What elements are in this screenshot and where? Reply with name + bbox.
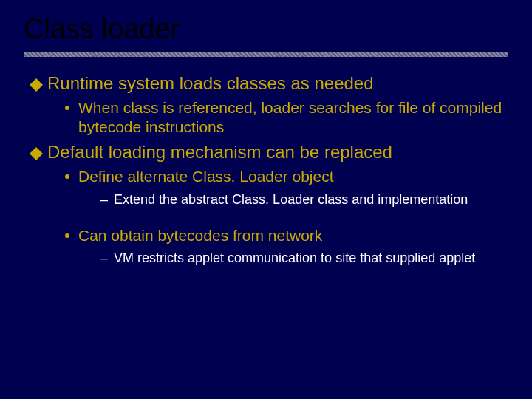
bullet-level2: Can obtain bytecodes from network	[65, 226, 508, 245]
bullet-level1: Default loading mechanism can be replace…	[30, 142, 508, 163]
bullet-level2: Define alternate Class. Loader object	[65, 167, 508, 186]
bullet-text: Extend the abstract Class. Loader class …	[114, 192, 468, 208]
bullet-text: Define alternate Class. Loader object	[78, 167, 334, 186]
bullet-level3: – Extend the abstract Class. Loader clas…	[100, 192, 508, 208]
dash-icon: –	[100, 250, 108, 267]
bullet-text: Runtime system loads classes as needed	[47, 73, 374, 94]
svg-marker-0	[30, 78, 43, 92]
slide-title: Class loader	[24, 13, 508, 45]
slide-content: Runtime system loads classes as needed W…	[24, 73, 508, 267]
bullet-text: Default loading mechanism can be replace…	[47, 142, 392, 163]
slide: Class loader Runtime system loads classe…	[0, 0, 532, 267]
bullet-text: VM restricts applet communication to sit…	[114, 250, 475, 267]
spacer	[30, 216, 508, 226]
dash-icon: –	[100, 192, 108, 208]
dot-icon	[65, 174, 69, 179]
svg-marker-1	[30, 147, 43, 160]
diamond-icon	[30, 78, 43, 92]
bullet-level3: – VM restricts applet communication to s…	[100, 250, 508, 267]
bullet-text: When class is referenced, loader searche…	[78, 98, 508, 136]
dot-icon	[65, 106, 69, 110]
diamond-icon	[30, 147, 43, 160]
dot-icon	[65, 233, 69, 238]
bullet-level1: Runtime system loads classes as needed	[30, 73, 508, 94]
bullet-level2: When class is referenced, loader searche…	[65, 98, 508, 136]
title-divider	[24, 52, 508, 57]
bullet-text: Can obtain bytecodes from network	[78, 226, 322, 245]
